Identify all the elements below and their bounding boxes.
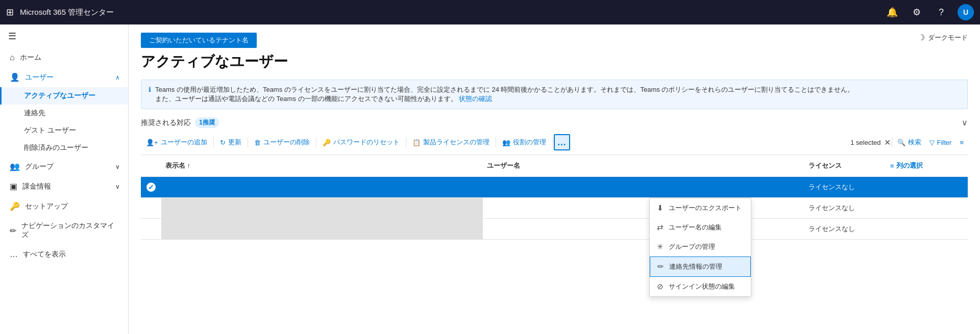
sidebar-item-deleted-users[interactable]: 削除済みのユーザー	[0, 139, 128, 157]
bell-icon[interactable]: 🔔	[884, 4, 900, 20]
grid-icon[interactable]: ⊞	[6, 7, 14, 18]
selected-count: 1 selected ✕	[850, 138, 890, 147]
edit-username-icon: ⇄	[657, 223, 664, 232]
recommendations-section[interactable]: 推奨される対応 1推奨 ∨	[141, 117, 968, 128]
filter-icon: ▽	[929, 139, 935, 146]
help-icon[interactable]: ?	[933, 4, 949, 20]
sidebar-item-home[interactable]: ⌂ ホーム	[0, 48, 128, 67]
dropdown-item-label: サインイン状態の編集	[669, 282, 735, 291]
search-button[interactable]: 🔍 検索	[893, 136, 925, 149]
row-display-name	[161, 219, 483, 239]
sidebar-item-groups[interactable]: 👥 グループ ∨	[0, 157, 128, 176]
table-row[interactable]: ✓ ライセンスなし	[141, 177, 968, 198]
tenant-badge: ご契約いただいているテナント名	[141, 33, 257, 48]
pencil-icon: ✏	[10, 226, 16, 236]
billing-icon: ▣	[10, 182, 17, 191]
license-icon: 📋	[412, 139, 421, 146]
info-link[interactable]: 状態の確認	[459, 95, 492, 102]
sidebar-sub-label: 連絡先	[24, 109, 45, 118]
sidebar-item-billing[interactable]: ▣ 課金情報 ∨	[0, 176, 128, 196]
dropdown-item-manage-groups[interactable]: ✳ グループの管理	[650, 237, 751, 256]
row-username	[483, 182, 804, 192]
dropdown-item-label: グループの管理	[669, 242, 715, 251]
topbar: ⊞ Microsoft 365 管理センター 🔔 ⚙ ? U	[0, 0, 980, 24]
sidebar-collapse-button[interactable]: ☰	[0, 24, 128, 48]
delete-user-button[interactable]: 🗑 ユーザーの削除	[249, 135, 315, 150]
ellipsis-icon: …	[557, 137, 567, 148]
dropdown-item-edit-signin[interactable]: ⊘ サインイン状態の編集	[650, 277, 751, 296]
sidebar-item-label: すべてを表示	[23, 250, 66, 259]
sidebar-item-label: セットアップ	[25, 202, 68, 211]
row-col5	[886, 182, 968, 192]
table-row[interactable]: ライセンスなし	[141, 219, 968, 240]
table-header-row: 表示名 ↑ ユーザー名 ライセンス ≡ 列の選択	[141, 155, 968, 177]
add-user-button[interactable]: 👤+ ユーザーの追加	[141, 135, 212, 150]
sidebar-item-guest-users[interactable]: ゲスト ユーザー	[0, 122, 128, 139]
reset-password-button[interactable]: 🔑 パスワードのリセット	[317, 135, 405, 150]
more-actions-button[interactable]: …	[554, 134, 570, 150]
home-icon: ⌂	[10, 53, 15, 62]
sidebar-item-users[interactable]: 👤 ユーザー ∧	[0, 67, 128, 87]
recommendations-chevron-icon: ∨	[962, 118, 968, 127]
header-license[interactable]: ライセンス	[804, 159, 886, 172]
sidebar-item-label: ホーム	[20, 53, 41, 62]
dropdown-item-manage-contact[interactable]: ✏ 連絡先情報の管理	[650, 256, 751, 277]
sidebar-item-label: グループ	[25, 162, 54, 171]
content-header: ご契約いただいているテナント名 ☽ ダークモード	[129, 24, 980, 48]
header-username[interactable]: ユーザー名	[483, 159, 804, 172]
gear-icon[interactable]: ⚙	[909, 4, 925, 20]
ellipsis-icon: …	[10, 250, 18, 259]
content-area: ご契約いただいているテナント名 ☽ ダークモード アクティブなユーザー ℹ Te…	[129, 24, 980, 334]
dropdown-item-label: 連絡先情報の管理	[669, 262, 722, 271]
list-view-button[interactable]: ≡	[955, 137, 968, 148]
toolbar: 👤+ ユーザーの追加 ↻ 更新 🗑 ユーザーの削除 🔑 パスワードのリセット 📋	[141, 134, 968, 155]
dark-mode-button[interactable]: ☽ ダークモード	[918, 33, 968, 42]
toolbar-separator	[316, 137, 316, 147]
list-icon: ≡	[960, 139, 964, 146]
sidebar-item-active-users[interactable]: アクティブなユーザー	[0, 87, 128, 105]
toolbar-separator	[496, 137, 496, 147]
column-select-button[interactable]: ≡ 列の選択	[890, 161, 923, 170]
sidebar-item-nav-customize[interactable]: ✏ ナビゲーションのカスタマイズ	[0, 216, 128, 245]
table-row[interactable]: ライセンスなし	[141, 198, 968, 219]
moon-icon: ☽	[918, 33, 925, 42]
row-display-name	[161, 177, 483, 197]
header-checkbox	[141, 159, 161, 172]
row-checkbox[interactable]	[141, 224, 161, 234]
sidebar-item-contacts[interactable]: 連絡先	[0, 105, 128, 122]
manage-license-button[interactable]: 📋 製品ライセンスの管理	[407, 135, 495, 150]
manage-role-button[interactable]: 👥 役割の管理	[497, 135, 551, 150]
row-license: ライセンスなし	[804, 219, 886, 239]
setup-icon: 🔑	[10, 201, 20, 211]
dark-mode-label: ダークモード	[928, 33, 968, 42]
dropdown-item-label: ユーザー名の編集	[669, 223, 722, 232]
groups-icon: ✳	[657, 242, 664, 251]
row-license: ライセンスなし	[804, 198, 886, 218]
filter-button[interactable]: ▽ Filter	[925, 137, 956, 148]
clear-selection-button[interactable]: ✕	[884, 138, 891, 147]
avatar[interactable]: U	[958, 4, 974, 20]
toolbar-separator	[248, 137, 248, 147]
sidebar-item-setup[interactable]: 🔑 セットアップ	[0, 196, 128, 216]
row-checkbox[interactable]: ✓	[141, 177, 161, 197]
sidebar-item-label: ナビゲーションのカスタマイズ	[21, 221, 120, 240]
columns-icon: ≡	[890, 162, 894, 170]
role-icon: 👥	[502, 139, 510, 146]
row-checkbox[interactable]	[141, 203, 161, 213]
recommendations-badge: 1推奨	[195, 117, 219, 128]
page-title: アクティブなユーザー	[129, 48, 980, 80]
dropdown-item-export[interactable]: ⬇ ユーザーのエクスポート	[650, 198, 751, 218]
header-display-name[interactable]: 表示名 ↑	[161, 159, 483, 172]
users-icon: 👤	[10, 72, 20, 82]
refresh-button[interactable]: ↻ 更新	[215, 135, 247, 150]
row-license: ライセンスなし	[804, 177, 886, 197]
chevron-down-icon: ∨	[115, 163, 120, 170]
row-username	[483, 203, 804, 213]
sidebar: ☰ ⌂ ホーム 👤 ユーザー ∧ アクティブなユーザー 連絡先 ゲスト ユーザー…	[0, 24, 129, 334]
sidebar-item-show-all[interactable]: … すべてを表示	[0, 245, 128, 264]
header-col-select[interactable]: ≡ 列の選択	[886, 159, 968, 172]
info-icon: ℹ	[149, 86, 151, 93]
search-icon: 🔍	[897, 139, 905, 146]
sidebar-sub-label: ゲスト ユーザー	[24, 126, 76, 135]
dropdown-item-edit-username[interactable]: ⇄ ユーザー名の編集	[650, 218, 751, 237]
